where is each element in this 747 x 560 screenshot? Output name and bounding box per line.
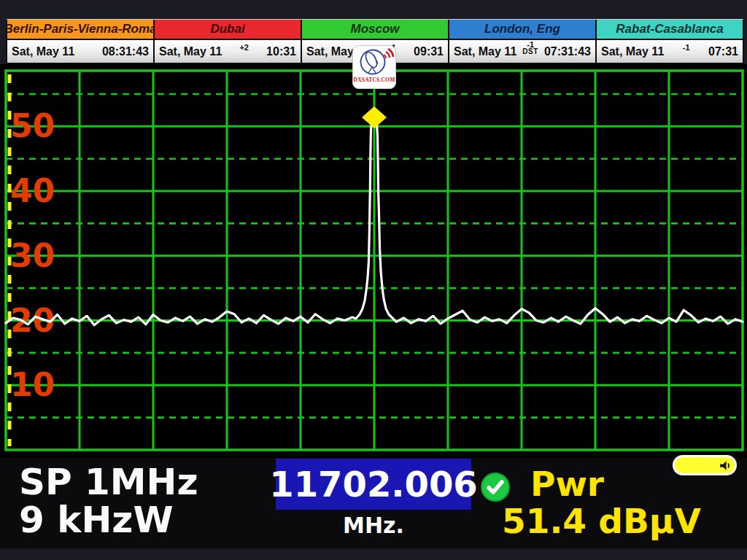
dxsatcs-logo: DXSATCS.COM (352, 45, 396, 89)
svg-text:30: 30 (10, 237, 55, 274)
city-time: 07:31 (708, 45, 738, 58)
city-time-row: Sat, May 11 +2 10:31 (155, 40, 301, 63)
city-time-row: Sat, May 11 08:31:43 (7, 40, 153, 63)
city-time: 08:31:43 (102, 45, 149, 58)
city-date: Sat, May 11 (159, 45, 222, 58)
lock-check-icon (480, 472, 511, 502)
clock-cell-berlin: Berlin-Paris-Vienna-Roma Sat, May 11 08:… (7, 20, 153, 63)
clock-cell-rabat: Rabat-Casablanca Sat, May 11 -1 07:31 (595, 20, 743, 63)
speaker-icon (719, 459, 731, 472)
satellite-dish-icon (354, 45, 395, 79)
power-value: 51.4 dBµV (502, 504, 701, 538)
power-label: Pwr (530, 467, 604, 501)
svg-text:10: 10 (10, 366, 55, 403)
logo-text: DXSATCS.COM (354, 77, 395, 83)
spectrum-chart: 1020304050 (0, 64, 747, 458)
clock-cell-london: London, Eng Sat, May 11 -1 DST 07:31:43 (448, 20, 595, 63)
city-header: Rabat-Casablanca (597, 20, 743, 39)
receiver-screen: { "page": { "background": "#1b1b24" }, "… (0, 0, 747, 560)
timezone-offset-dst: -1 DST (522, 41, 538, 55)
city-header: Dubai (155, 20, 301, 39)
city-header: London, Eng (449, 20, 595, 39)
city-header: Moscow (302, 20, 448, 39)
clock-cell-dubai: Dubai Sat, May 11 +2 10:31 (153, 20, 301, 63)
timezone-offset: -1 (683, 44, 690, 51)
volume-toggle[interactable] (673, 455, 737, 475)
footer-strip (0, 548, 747, 560)
city-date: Sat, May 11 (601, 45, 664, 58)
frequency-unit-label: MHz. (276, 515, 471, 537)
city-time-row: Sat, May 11 -1 07:31 (597, 40, 743, 63)
city-time: 10:31 (266, 45, 296, 58)
city-date: Sat, May 11 (12, 45, 74, 58)
city-time: 07:31:43 (544, 45, 591, 58)
city-date: Sat, May 11 (454, 45, 516, 58)
frequency-display[interactable]: 11702.006 (276, 459, 471, 510)
city-time-row: Sat, May 11 -1 DST 07:31:43 (449, 40, 595, 63)
spectrum-display: 1020304050 (0, 64, 747, 458)
readout-bar: SP 1MHz 9 kHzW 11702.006 MHz. Pwr 51.4 d… (0, 458, 747, 548)
svg-text:50: 50 (10, 107, 55, 144)
timezone-offset: +2 (239, 44, 249, 51)
city-time: 09:31 (414, 45, 444, 58)
span-label: SP 1MHz (19, 464, 198, 500)
city-header: Berlin-Paris-Vienna-Roma (7, 20, 153, 39)
svg-text:40: 40 (10, 172, 55, 209)
rbw-label: 9 kHzW (19, 502, 174, 538)
